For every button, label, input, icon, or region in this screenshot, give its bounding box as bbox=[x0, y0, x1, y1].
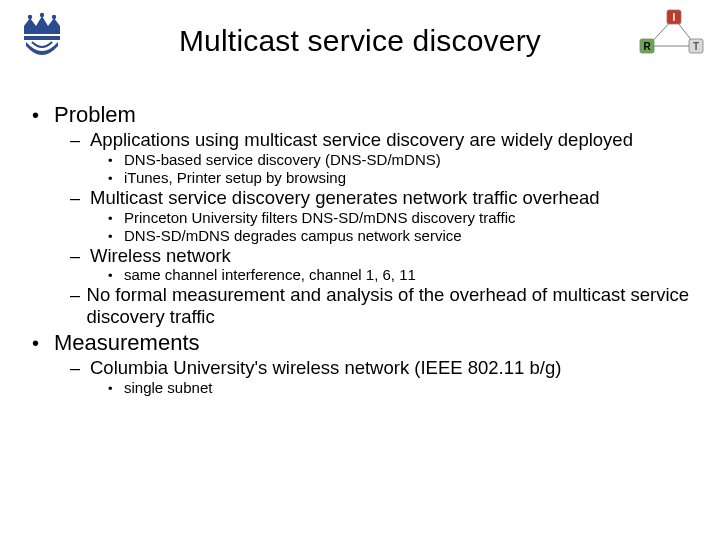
slide-body: • Problem – Applications using multicast… bbox=[32, 102, 696, 399]
bullet-l3: • bbox=[108, 229, 124, 245]
l2-item: Columbia University's wireless network (… bbox=[90, 357, 561, 379]
l2-item: Wireless network bbox=[90, 245, 231, 267]
bullet-l3: • bbox=[108, 211, 124, 227]
bullet-l1: • bbox=[32, 333, 54, 353]
columbia-crown-logo bbox=[18, 12, 66, 64]
l3-item: single subnet bbox=[124, 379, 212, 397]
svg-point-1 bbox=[40, 13, 44, 17]
bullet-l2: – bbox=[70, 247, 90, 267]
bullet-l3: • bbox=[108, 153, 124, 169]
node-r-label: R bbox=[643, 41, 651, 52]
l1-item: Measurements bbox=[54, 330, 200, 356]
bullet-l2: – bbox=[70, 189, 90, 209]
bullet-l1: • bbox=[32, 105, 54, 125]
svg-point-2 bbox=[52, 15, 56, 19]
node-t-label: T bbox=[693, 41, 699, 52]
node-i-label: I bbox=[673, 12, 676, 23]
bullet-l2: – bbox=[70, 131, 90, 151]
bullet-l2: – bbox=[70, 286, 87, 306]
l1-item: Problem bbox=[54, 102, 136, 128]
l2-item: Multicast service discovery generates ne… bbox=[90, 187, 600, 209]
bullet-l2: – bbox=[70, 359, 90, 379]
bullet-l3: • bbox=[108, 171, 124, 187]
l2-item: Applications using multicast service dis… bbox=[90, 129, 633, 151]
svg-rect-3 bbox=[24, 36, 60, 40]
slide-title: Multicast service discovery bbox=[120, 24, 600, 58]
l2-item: No formal measurement and analysis of th… bbox=[87, 284, 696, 328]
l3-item: Princeton University filters DNS-SD/mDNS… bbox=[124, 209, 515, 227]
l3-item: DNS-based service discovery (DNS-SD/mDNS… bbox=[124, 151, 441, 169]
irt-graph-logo: I R T bbox=[634, 6, 708, 62]
l3-item: DNS-SD/mDNS degrades campus network serv… bbox=[124, 227, 462, 245]
bullet-l3: • bbox=[108, 268, 124, 284]
svg-point-0 bbox=[28, 15, 32, 19]
l3-item: iTunes, Printer setup by browsing bbox=[124, 169, 346, 187]
l3-item: same channel interference, channel 1, 6,… bbox=[124, 266, 416, 284]
bullet-l3: • bbox=[108, 381, 124, 397]
